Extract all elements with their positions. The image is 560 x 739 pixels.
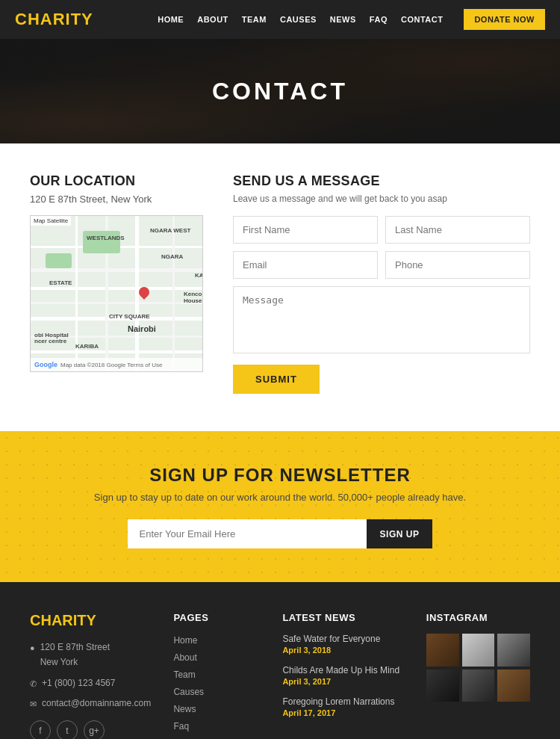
nav-faq[interactable]: FAQ	[370, 15, 388, 24]
map-footer: Google Map data ©2018 Google Terms of Us…	[31, 358, 202, 371]
footer-logo: CHARITY	[30, 612, 151, 629]
news-item-date: April 3, 2018	[282, 646, 403, 655]
footer-link-causes[interactable]: Causes	[173, 687, 204, 697]
map-label: Nairobi	[128, 324, 156, 333]
map-road	[31, 268, 202, 272]
news-item-date: April 3, 2017	[282, 677, 403, 686]
map-google-logo: Google	[34, 361, 57, 368]
list-item: Causes	[173, 685, 260, 697]
header: CHARITY HOME ABOUT TEAM CAUSES NEWS FAQ …	[0, 0, 560, 39]
footer-instagram: INSTAGRAM	[426, 612, 530, 739]
googleplus-icon[interactable]: g+	[84, 720, 105, 739]
map-label: WESTLANDS	[87, 235, 125, 241]
map-container[interactable]: WESTLANDS NGARA WEST NGARA KARIOR ESTATE…	[30, 215, 203, 372]
footer-address: ● 120 E 87th Street New York	[30, 640, 151, 670]
location-address: 120 E 87th Street, New York	[30, 194, 203, 205]
footer-link-team[interactable]: Team	[173, 670, 195, 680]
news-item-date: April 17, 2017	[282, 708, 403, 717]
map-label: ncer centre	[34, 338, 66, 344]
instagram-thumb-1[interactable]	[426, 634, 459, 667]
map-label: NGARA WEST	[150, 227, 190, 234]
footer-grid: CHARITY ● 120 E 87th Street New York ✆ +…	[30, 612, 530, 739]
form-name-row	[233, 216, 530, 244]
first-name-input[interactable]	[233, 216, 378, 244]
list-item: News	[173, 702, 260, 714]
newsletter-title: SIGN UP FOR NEWSLETTER	[15, 465, 545, 486]
footer-link-about[interactable]: About	[173, 652, 196, 663]
logo[interactable]: CHARITY	[15, 10, 158, 29]
map-road	[202, 216, 203, 371]
map-pin	[139, 287, 149, 300]
footer-info: ● 120 E 87th Street New York ✆ +1 (800) …	[30, 640, 151, 711]
last-name-input[interactable]	[385, 216, 530, 244]
news-item-3: Foregoing Lorem Narrations April 17, 201…	[282, 696, 403, 717]
map-road	[31, 287, 202, 290]
pages-list: Home About Team Causes News Faq Contact	[173, 634, 260, 739]
submit-button[interactable]: SUBMIT	[233, 365, 320, 394]
instagram-grid	[426, 634, 530, 702]
footer: CHARITY ● 120 E 87th Street New York ✆ +…	[0, 582, 560, 739]
map-road	[172, 216, 175, 371]
instagram-thumb-3[interactable]	[497, 634, 530, 667]
map-label: CITY SQUARE	[109, 313, 150, 320]
news-item-title[interactable]: Safe Water for Everyone	[282, 634, 403, 644]
nav-contact[interactable]: CONTACT	[401, 15, 443, 24]
phone-icon: ✆	[30, 677, 37, 691]
form-contact-row	[233, 251, 530, 279]
footer-link-faq[interactable]: Faq	[173, 721, 189, 732]
instagram-thumb-2[interactable]	[462, 634, 495, 667]
map-road	[31, 350, 202, 353]
map-copyright: Map data ©2018 Google Terms of Use	[60, 362, 163, 368]
message-input[interactable]	[233, 286, 530, 353]
newsletter-subtitle: Sign up to stay up to date on our work a…	[15, 492, 545, 503]
map-road	[31, 302, 202, 304]
footer-address-text: 120 E 87th Street New York	[40, 640, 110, 670]
map-type-bar[interactable]: Map Satellite	[31, 216, 71, 226]
facebook-icon[interactable]: f	[30, 720, 51, 739]
footer-email: ✉ contact@domainname.com	[30, 696, 151, 711]
social-icons: f t g+	[30, 720, 151, 739]
email-input[interactable]	[233, 251, 378, 279]
footer-link-home[interactable]: Home	[173, 635, 197, 646]
contact-form-section: SEND US A MESSAGE Leave us a message and…	[233, 173, 530, 394]
news-item-title[interactable]: Childs Are Made Up His Mind	[282, 665, 403, 675]
map-type-satellite[interactable]: Satellite	[47, 217, 68, 224]
list-item: About	[173, 651, 260, 663]
nav-about[interactable]: ABOUT	[197, 15, 228, 24]
nav-causes[interactable]: CAUSES	[280, 15, 317, 24]
pages-title: PAGES	[173, 612, 260, 623]
location-section: OUR LOCATION 120 E 87th Street, New York	[30, 173, 203, 394]
footer-pages: PAGES Home About Team Causes News Faq Co…	[173, 612, 260, 739]
instagram-thumb-4[interactable]	[426, 670, 459, 702]
list-item: Home	[173, 634, 260, 646]
nav-home[interactable]: HOME	[158, 15, 184, 24]
hero-banner: CONTACT	[0, 39, 560, 143]
donate-button[interactable]: DONATE NOW	[464, 9, 545, 30]
footer-link-news[interactable]: News	[173, 704, 196, 714]
map-label: NGARA	[161, 253, 183, 260]
list-item: Faq	[173, 720, 260, 732]
news-item-title[interactable]: Foregoing Lorem Narrations	[282, 696, 403, 707]
form-subtitle: Leave us a message and we will get back …	[233, 194, 530, 204]
main-content: OUR LOCATION 120 E 87th Street, New York	[0, 143, 560, 431]
nav-news[interactable]: NEWS	[330, 15, 356, 24]
map-label: Kencom House	[184, 291, 203, 304]
twitter-icon[interactable]: t	[57, 720, 78, 739]
map-label: KARIOR	[195, 272, 203, 279]
footer-news: LATEST NEWS Safe Water for Everyone Apri…	[282, 612, 403, 739]
instagram-thumb-5[interactable]	[462, 670, 495, 702]
signup-button[interactable]: SIGN UP	[367, 519, 433, 548]
map-type-map[interactable]: Map	[34, 217, 46, 224]
phone-input[interactable]	[385, 251, 530, 279]
nav-team[interactable]: TEAM	[242, 15, 267, 24]
map-area	[46, 253, 72, 268]
newsletter-dots-bg	[0, 431, 560, 582]
newsletter-form: SIGN UP	[15, 519, 545, 548]
instagram-thumb-6[interactable]	[497, 670, 530, 702]
footer-phone: ✆ +1 (800) 123 4567	[30, 675, 151, 691]
list-item: Team	[173, 668, 260, 680]
navigation: HOME ABOUT TEAM CAUSES NEWS FAQ CONTACT …	[158, 9, 545, 30]
news-item-2: Childs Are Made Up His Mind April 3, 201…	[282, 665, 403, 686]
newsletter-email-input[interactable]	[128, 519, 367, 548]
instagram-title: INSTAGRAM	[426, 612, 530, 623]
